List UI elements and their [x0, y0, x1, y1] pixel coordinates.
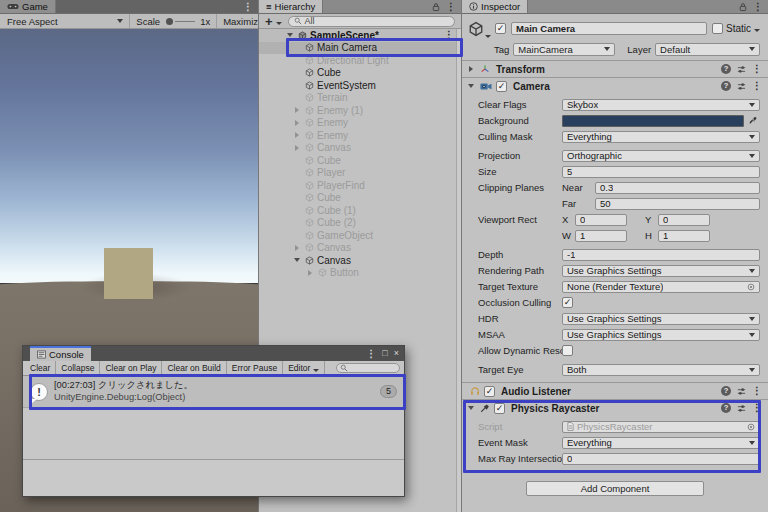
lock-icon[interactable] [739, 2, 747, 12]
console-search-input[interactable] [336, 363, 400, 373]
text-field[interactable]: 5 [562, 166, 760, 178]
maximize-window-icon[interactable]: □ [382, 347, 387, 360]
dropdown-field[interactable]: Everything [562, 437, 760, 449]
presets-icon[interactable] [737, 65, 746, 74]
help-icon[interactable]: ? [721, 64, 731, 74]
kebab-menu-icon[interactable]: ⋮ [444, 30, 456, 40]
tab-console[interactable]: Console [30, 346, 91, 361]
hierarchy-item[interactable]: PlayerFind [259, 179, 456, 192]
active-checkbox[interactable] [495, 23, 506, 34]
text-field[interactable]: -1 [562, 249, 760, 261]
physics-raycaster-component-header[interactable]: Physics Raycaster ? ⋮ [462, 399, 768, 416]
kebab-menu-icon[interactable]: ⋮ [752, 81, 762, 91]
help-icon[interactable]: ? [721, 403, 731, 413]
scene-header-row[interactable]: SampleScene* ⋮ [259, 29, 456, 42]
property-checkbox[interactable] [562, 297, 573, 308]
hierarchy-item[interactable]: Canvas [259, 142, 456, 155]
chevron-down-icon[interactable] [276, 22, 282, 25]
gameobject-name-field[interactable]: Main Camera [511, 22, 707, 35]
text-field[interactable]: 0 [562, 453, 760, 465]
close-window-icon[interactable]: × [394, 347, 399, 360]
kebab-menu-icon[interactable]: ⋮ [446, 2, 456, 12]
audio-listener-component-header[interactable]: Audio Listener ? ⋮ [462, 382, 768, 399]
foldout-arrow-icon[interactable] [466, 64, 476, 74]
component-enabled-checkbox[interactable] [494, 403, 505, 414]
foldout-arrow-icon[interactable] [466, 403, 476, 413]
tab-game[interactable]: Game [0, 0, 56, 13]
tab-hierarchy[interactable]: ≡ Hierarchy [259, 0, 323, 13]
component-enabled-checkbox[interactable] [484, 386, 495, 397]
gameobject-cube-icon[interactable] [468, 20, 490, 37]
dropdown-field[interactable]: Everything [562, 131, 760, 143]
text-field[interactable]: 50 [595, 198, 760, 210]
aspect-dropdown[interactable]: Free Aspect [7, 16, 123, 27]
hierarchy-scrollbar[interactable] [456, 29, 461, 512]
console-toolbar-button[interactable]: Clear on Build [162, 361, 226, 375]
console-toolbar-button[interactable]: Error Pause [227, 361, 283, 375]
hierarchy-item[interactable]: Main Camera [259, 42, 456, 55]
hierarchy-item[interactable]: Cube [259, 154, 456, 167]
object-picker-icon[interactable] [747, 423, 755, 431]
hierarchy-item[interactable]: Cube (2) [259, 217, 456, 230]
kebab-menu-icon[interactable]: ⋮ [366, 349, 376, 359]
kebab-menu-icon[interactable]: ⋮ [243, 2, 253, 12]
console-toolbar-button[interactable]: Collapse [56, 361, 100, 375]
kebab-menu-icon[interactable]: ⋮ [752, 64, 762, 74]
transform-component-header[interactable]: Transform ? ⋮ [462, 60, 768, 77]
add-component-button[interactable]: Add Component [526, 481, 704, 496]
hierarchy-item[interactable]: Enemy (1) [259, 104, 456, 117]
object-field[interactable]: PhysicsRaycaster [562, 421, 760, 433]
hierarchy-item[interactable]: Cube [259, 192, 456, 205]
foldout-arrow-icon[interactable] [292, 105, 302, 115]
foldout-arrow-icon[interactable] [305, 268, 315, 278]
dropdown-field[interactable]: Use Graphics Settings [562, 265, 760, 277]
console-log-entry[interactable]: ! [00:27:03] クリックされました。 UnityEngine.Debu… [23, 376, 404, 408]
axis-field[interactable]: 1 [658, 230, 710, 242]
property-checkbox[interactable] [562, 345, 573, 356]
create-button[interactable]: + [265, 16, 273, 27]
component-enabled-checkbox[interactable] [496, 81, 507, 92]
hierarchy-item[interactable]: Directional Light [259, 54, 456, 67]
console-toolbar-button[interactable]: Clear [25, 361, 56, 375]
help-icon[interactable]: ? [721, 81, 731, 91]
kebab-menu-icon[interactable]: ⋮ [752, 386, 762, 396]
hierarchy-item[interactable]: EventSystem [259, 79, 456, 92]
layer-dropdown[interactable]: Default [655, 43, 760, 56]
hierarchy-item[interactable]: Canvas [259, 242, 456, 255]
foldout-arrow-icon[interactable] [292, 243, 302, 253]
eyedropper-icon[interactable] [747, 116, 760, 125]
object-field[interactable]: None (Render Texture) [562, 281, 760, 293]
console-toolbar-button[interactable]: Clear on Play [100, 361, 162, 375]
kebab-menu-icon[interactable]: ⋮ [752, 403, 762, 413]
hierarchy-search-input[interactable]: All [288, 16, 455, 27]
static-checkbox[interactable] [712, 23, 723, 34]
camera-component-header[interactable]: Camera ? ⋮ [462, 77, 768, 94]
hierarchy-item[interactable]: Enemy [259, 129, 456, 142]
foldout-arrow-icon[interactable] [292, 143, 302, 153]
hierarchy-item[interactable]: Terrain [259, 92, 456, 105]
object-picker-icon[interactable] [747, 283, 755, 291]
tag-dropdown[interactable]: MainCamera [513, 43, 615, 56]
help-icon[interactable]: ? [721, 386, 731, 396]
hierarchy-item[interactable]: Button [259, 267, 456, 280]
foldout-arrow-icon[interactable] [466, 81, 476, 91]
hierarchy-item[interactable]: GameObject [259, 229, 456, 242]
hierarchy-item[interactable]: Canvas [259, 254, 456, 267]
text-field[interactable]: 0.3 [595, 182, 760, 194]
editor-dropdown[interactable]: Editor [283, 361, 325, 375]
presets-icon[interactable] [737, 404, 746, 413]
axis-field[interactable]: 1 [575, 230, 627, 242]
dropdown-field[interactable]: Use Graphics Settings [562, 329, 760, 341]
foldout-arrow-icon[interactable] [285, 30, 295, 40]
dropdown-field[interactable]: Orthographic [562, 150, 760, 162]
presets-icon[interactable] [737, 82, 746, 91]
chevron-down-icon[interactable] [754, 29, 760, 32]
foldout-arrow-icon[interactable] [292, 118, 302, 128]
axis-field[interactable]: 0 [658, 214, 710, 226]
hierarchy-item[interactable]: Enemy [259, 117, 456, 130]
dropdown-field[interactable]: Use Graphics Settings [562, 313, 760, 325]
foldout-arrow-icon[interactable] [292, 130, 302, 140]
color-swatch[interactable] [562, 115, 744, 127]
scale-slider-track[interactable] [175, 21, 195, 22]
hierarchy-item[interactable]: Cube (1) [259, 204, 456, 217]
